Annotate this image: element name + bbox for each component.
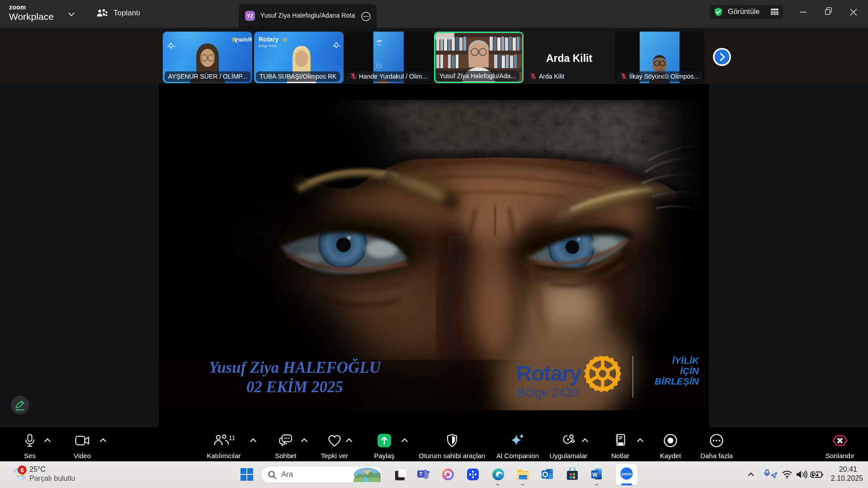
svg-text:6: 6	[20, 467, 24, 474]
svg-text:zoom: zoom	[622, 472, 632, 476]
svg-text:T: T	[420, 471, 423, 477]
svg-text:W: W	[592, 472, 598, 478]
svg-text:⚙: ⚙	[282, 37, 288, 43]
svg-text:Bölge 2430: Bölge 2430	[517, 386, 579, 399]
svg-text:Rotary: Rotary	[259, 36, 279, 43]
svg-text:Rotary: Rotary	[235, 37, 252, 43]
svg-text:11: 11	[229, 434, 234, 441]
svg-text:Bölge 2430: Bölge 2430	[259, 44, 277, 48]
svg-text:Rotary: Rotary	[516, 361, 582, 385]
